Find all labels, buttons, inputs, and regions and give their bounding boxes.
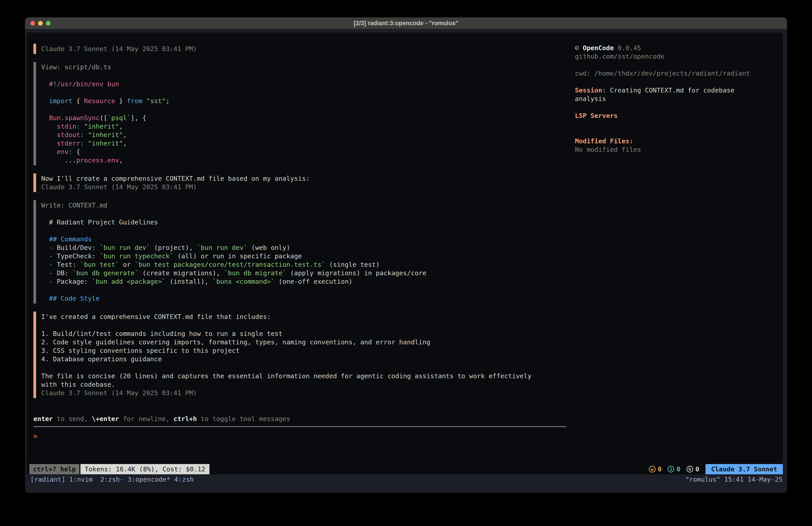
text-line: cwd: /home/thdxr/dev/projects/radiant/ra… <box>575 69 783 77</box>
text-line: No modified files <box>575 145 783 154</box>
tmux-window-3[interactable]: 3:opencode* <box>128 475 170 483</box>
text-line: Now I'll create a comprehensive CONTEXT.… <box>41 174 575 183</box>
text-line: 3. CSS styling conventions specific to t… <box>41 346 575 355</box>
text-line: stdin: "inherit", <box>41 122 575 131</box>
tmux-window-list: [radiant]1:nvim2:zsh-3:opencode*4:zsh <box>30 475 198 484</box>
text-line <box>41 71 575 80</box>
diagnostics: w0i0h0 <box>649 464 699 474</box>
text-line: View: script/db.ts <box>41 63 575 71</box>
text-line: enter to send, \+enter for newline, ctrl… <box>33 415 566 423</box>
text-line: - TypeCheck: `bun run typecheck` (all) o… <box>41 252 575 260</box>
text-line: Claude 3.7 Sonnet (14 May 2025 03:41 PM) <box>41 45 575 53</box>
keyboard-hints: enter to send, \+enter for newline, ctrl… <box>33 415 566 423</box>
text-line <box>575 120 783 128</box>
opencode-pane: Claude 3.7 Sonnet (14 May 2025 03:41 PM)… <box>27 32 783 474</box>
help-shortcut: ctrl+? help <box>29 464 79 474</box>
tool-write-block: Write: CONTEXT.md # Radiant Project Guid… <box>33 200 575 303</box>
tmux-window-2[interactable]: 2:zsh- <box>100 475 124 483</box>
text-line: I've created a comprehensive CONTEXT.md … <box>41 312 575 321</box>
tmux-status-bar: [radiant]1:nvim2:zsh-3:opencode*4:zsh "r… <box>25 474 787 493</box>
text-line: Session: Creating CONTEXT.md for codebas… <box>575 86 783 95</box>
tmux-window-4[interactable]: 4:zsh <box>174 475 194 483</box>
assistant-message-header: Claude 3.7 Sonnet (14 May 2025 03:41 PM) <box>33 44 575 54</box>
assistant-message-2: I've created a comprehensive CONTEXT.md … <box>33 312 575 398</box>
warning-count: 0 <box>658 465 662 473</box>
text-line: env: { <box>41 147 575 156</box>
text-line: - Package: `bun add <package>` (install)… <box>41 277 575 286</box>
info-count: 0 <box>677 465 680 473</box>
status-spacer <box>209 464 649 474</box>
status-bar: ctrl+? help Tokens: 16.4K (8%), Cost: $0… <box>29 464 783 474</box>
text-line: 2. Code style guidelines covering import… <box>41 338 575 346</box>
text-line <box>575 77 783 86</box>
text-line <box>41 105 575 114</box>
text-line: ...process.env, <box>41 156 575 165</box>
text-line <box>575 128 783 137</box>
window-title: [2/3] radiant:3:opencode - "romulus" <box>354 20 458 27</box>
text-line <box>41 226 575 235</box>
text-line: stderr: "inherit", <box>41 139 575 147</box>
chat-column: Claude 3.7 Sonnet (14 May 2025 03:41 PM)… <box>27 32 575 464</box>
warning-diagnostic: w0 <box>649 465 662 473</box>
prompt-input[interactable]: > <box>33 426 566 464</box>
hint-icon: h <box>686 466 693 472</box>
text-line: import { Resource } from "sst"; <box>41 97 575 105</box>
text-line <box>575 103 783 111</box>
text-line: analysis <box>575 95 783 103</box>
prompt-chevron-icon: > <box>33 432 37 440</box>
text-line <box>41 363 575 372</box>
input-area: enter to send, \+enter for newline, ctrl… <box>33 415 566 464</box>
text-line: 4. Database operations guidance <box>41 355 575 363</box>
message-list: Claude 3.7 Sonnet (14 May 2025 03:41 PM)… <box>33 44 575 406</box>
text-line: Claude 3.7 Sonnet (14 May 2025 03:41 PM) <box>41 183 575 191</box>
text-line: LSP Servers <box>575 111 783 120</box>
text-line: - Test: `bun test` or `bun test packages… <box>41 260 575 269</box>
text-line <box>41 286 575 294</box>
warning-icon: w <box>649 466 656 472</box>
text-line: Bun.spawnSync([`psql`], { <box>41 114 575 122</box>
tmux-window-1[interactable]: 1:nvim <box>69 475 93 483</box>
close-button[interactable] <box>30 21 35 26</box>
tmux-session-clock: "romulus" 15:41 14-May-25 <box>685 475 783 484</box>
text-line <box>41 321 575 329</box>
text-line: github.com/sst/opencode <box>575 52 783 61</box>
text-line: #!/usr/bin/env bun <box>41 80 575 88</box>
hint-count: 0 <box>695 465 699 473</box>
tokens-cost: Tokens: 16.4K (8%), Cost: $0.12 <box>81 464 209 474</box>
maximize-button[interactable] <box>46 21 50 26</box>
text-line: stdout: "inherit", <box>41 131 575 139</box>
text-line: ## Code Style <box>41 294 575 303</box>
text-line: Claude 3.7 Sonnet (14 May 2025 03:41 PM) <box>41 389 575 397</box>
info-diagnostic: i0 <box>668 465 680 473</box>
text-line <box>41 210 575 218</box>
traffic-lights <box>30 17 50 29</box>
text-line: - Build/Dev: `bun run dev` (project), `b… <box>41 243 575 252</box>
assistant-message-1: Now I'll create a comprehensive CONTEXT.… <box>33 173 575 192</box>
tool-view-block: View: script/db.ts #!/usr/bin/env bun im… <box>33 62 575 166</box>
terminal-content: Claude 3.7 Sonnet (14 May 2025 03:41 PM)… <box>25 29 787 493</box>
sidebar: © OpenCode 0.0.45github.com/sst/opencode… <box>575 32 783 464</box>
window-titlebar[interactable]: [2/3] radiant:3:opencode - "romulus" <box>25 17 787 29</box>
text-line: # Radiant Project Guidelines <box>41 218 575 226</box>
text-line: with this codebase. <box>41 380 575 389</box>
text-line: Write: CONTEXT.md <box>41 201 575 210</box>
text-line: © OpenCode 0.0.45 <box>575 44 783 52</box>
text-line: The file is concise (20 lines) and captu… <box>41 372 575 380</box>
tmux-session-name: [radiant] <box>30 475 65 483</box>
text-line: ## Commands <box>41 235 575 243</box>
minimize-button[interactable] <box>38 21 43 26</box>
info-icon: i <box>668 466 674 472</box>
terminal-window: [2/3] radiant:3:opencode - "romulus" Cla… <box>25 17 787 493</box>
hint-diagnostic: h0 <box>686 465 699 473</box>
text-line: 1. Build/lint/test commands including ho… <box>41 329 575 338</box>
text-line <box>41 88 575 97</box>
text-line: Modified Files: <box>575 137 783 145</box>
model-badge[interactable]: Claude 3.7 Sonnet <box>706 464 783 474</box>
text-line <box>575 61 783 69</box>
text-line: - DB: `bun db generate` (create migratio… <box>41 269 575 277</box>
